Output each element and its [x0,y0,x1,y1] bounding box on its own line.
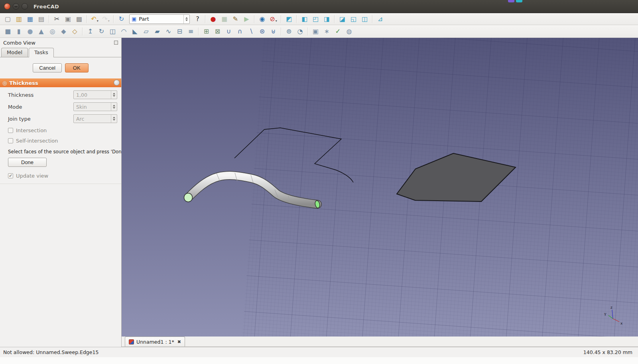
part-sphere-icon[interactable]: ● [25,26,35,37]
part-section-icon[interactable]: ⊟ [174,26,185,37]
done-button[interactable]: Done [8,158,47,167]
file-edit-iconstrip: ▢▥▦▤✂▣▩↶▾↷▾↻ [2,14,127,24]
part-loft-icon[interactable]: ▰ [152,26,163,37]
view-top-icon[interactable]: ◰ [310,14,321,24]
part-shape-builder-icon[interactable]: ◇ [69,26,80,37]
part-cut-icon[interactable]: ∖ [246,26,256,37]
combo-view-panel: Combo View Model Tasks Cancel OK ◎ Thick… [0,38,122,347]
part-create-primitives-icon[interactable]: ◆ [58,26,69,37]
part-offset-icon[interactable]: ⊚ [284,26,294,37]
tube-end-cap[interactable] [184,193,193,202]
workbench-selector[interactable]: ▣ Part [129,14,190,24]
save-document-icon[interactable]: ▦ [25,14,35,24]
maximize-button[interactable] [22,3,28,10]
part-mirror-icon[interactable]: ◫ [107,26,118,37]
print-icon[interactable]: ▤ [36,14,47,24]
window-title: FreeCAD [33,4,59,10]
part-chamfer-icon[interactable]: ◣ [130,26,140,37]
document-tab[interactable]: Unnamed1 : 1* ✖ [125,337,185,346]
toolbar-separator [281,15,282,23]
close-button[interactable] [4,3,10,10]
thickness-section-title: Thickness [9,80,38,86]
update-view-checkbox[interactable]: ✔ Update view [8,173,121,179]
join-type-select[interactable]: Arc [73,114,117,123]
part-defeaturing-icon[interactable]: ◍ [344,26,354,37]
mode-select[interactable]: Skin [73,102,117,111]
macro-edit-icon[interactable]: ✎ [230,14,241,24]
macro-stop-icon[interactable]: ■ [219,14,230,24]
section-help-icon[interactable] [114,80,120,86]
measure-distance-icon[interactable]: ⊿ [375,14,386,24]
combo-arrows-icon[interactable] [111,115,117,123]
undo-icon[interactable]: ↶▾ [89,14,100,24]
view-fit-all-icon[interactable]: ◉ [257,14,268,24]
part-revolve-icon[interactable]: ↻ [96,26,107,37]
part-box-icon[interactable]: ■ [2,26,13,37]
bottom-filler [0,357,638,364]
panel-float-icon[interactable] [114,41,118,45]
view-right-icon[interactable]: ◨ [321,14,332,24]
part-join-connect-icon[interactable]: ⊎ [268,26,279,37]
task-panel: Cancel OK ◎ Thickness Thickness 1,00 [0,57,121,347]
part-boolean-icon[interactable]: ⊛ [257,26,268,37]
3d-scene: z Y x [122,38,638,337]
part-iconstrip: ■▮●▲◎◆◇↥↻◫◠◣▱▰∿⊟≡⊞⊠∪∩∖⊛⊎⊚◔▣∗✓◍ [2,26,354,37]
part-ruled-surface-icon[interactable]: ▱ [141,26,152,37]
new-document-icon[interactable]: ▢ [2,14,13,24]
cut-icon[interactable]: ✂ [51,14,62,24]
ok-button[interactable]: OK [65,63,89,72]
toolbar-separator [87,15,87,23]
combo-view-header: Combo View [0,38,121,47]
view-left-icon[interactable]: ◫ [359,14,370,24]
tab-tasks[interactable]: Tasks [29,48,54,57]
view-rear-icon[interactable]: ◪ [337,14,348,24]
part-simple-copy-icon[interactable]: ▣ [310,26,321,37]
part-cross-sections-icon[interactable]: ≡ [185,26,196,37]
part-refine-shape-icon[interactable]: ∗ [321,26,332,37]
workbench-icon: ▣ [132,16,136,22]
tab-model[interactable]: Model [1,48,28,57]
toolbar-separator [296,15,297,23]
part-torus-icon[interactable]: ◎ [47,26,58,37]
whats-this-icon[interactable]: ? [192,14,203,24]
3d-viewport[interactable]: z Y x [122,38,638,337]
part-union-icon[interactable]: ∪ [223,26,234,37]
combo-arrows-icon[interactable] [183,15,189,23]
check-icon: ✔ [9,174,12,178]
part-compound-icon[interactable]: ⊞ [201,26,212,37]
copy-icon[interactable]: ▣ [63,14,73,24]
macro-record-icon[interactable]: ● [208,14,219,24]
thickness-input[interactable]: 1,00 [73,90,117,99]
tab-close-icon[interactable]: ✖ [177,339,181,344]
part-cone-icon[interactable]: ▲ [36,26,47,37]
part-fillet-icon[interactable]: ◠ [118,26,129,37]
refresh-icon[interactable]: ↻ [116,14,127,24]
part-thickness-icon[interactable]: ◔ [295,26,305,37]
part-sweep-icon[interactable]: ∿ [163,26,174,37]
minimize-button[interactable] [13,3,19,10]
toolbar-separator [334,15,335,23]
part-explode-compound-icon[interactable]: ⊠ [212,26,223,37]
part-check-geometry-icon[interactable]: ✓ [333,26,343,37]
part-extrude-icon[interactable]: ↥ [85,26,96,37]
axis-x-label: x [620,321,623,325]
spinner-arrows-icon[interactable] [111,91,117,99]
macro-execute-icon[interactable]: ▶ [241,14,252,24]
thickness-section-header[interactable]: ◎ Thickness [0,78,121,87]
view-bottom-icon[interactable]: ◱ [348,14,359,24]
view-front-icon[interactable]: ◧ [299,14,310,24]
cancel-button[interactable]: Cancel [33,63,61,72]
part-cylinder-icon[interactable]: ▮ [14,26,24,37]
axis-z-label: z [610,305,612,309]
part-common-icon[interactable]: ∩ [234,26,245,37]
paste-icon[interactable]: ▩ [74,14,85,24]
view-axonometric-icon[interactable]: ◩ [284,14,294,24]
self-intersection-checkbox[interactable]: Self-intersection [8,138,121,144]
titlebar[interactable]: FreeCAD [0,0,638,13]
draw-style-icon[interactable]: ⊘▾ [268,14,279,24]
checkbox-icon [8,138,13,143]
combo-arrows-icon[interactable] [111,103,117,111]
intersection-checkbox[interactable]: Intersection [8,127,121,133]
open-document-icon[interactable]: ▥ [14,14,24,24]
redo-icon[interactable]: ↷▾ [100,14,111,24]
